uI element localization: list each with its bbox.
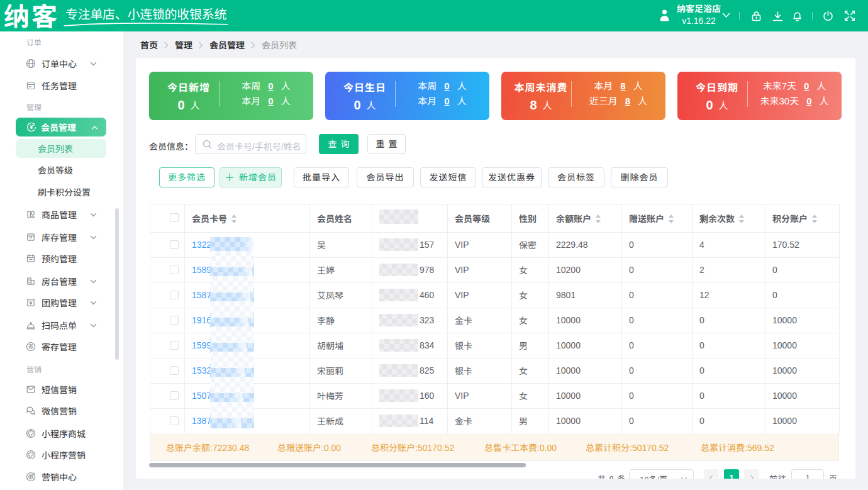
svg-text:寄: 寄 (28, 342, 34, 350)
